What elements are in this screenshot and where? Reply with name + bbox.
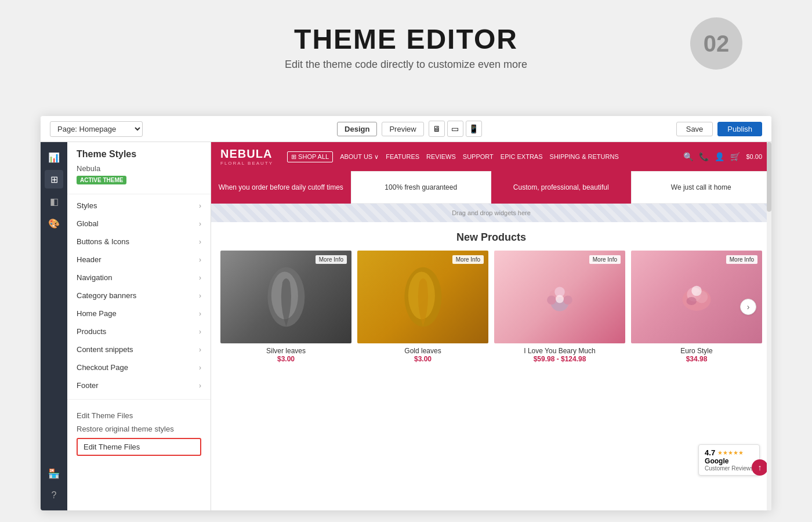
nav-epic-extras[interactable]: EPIC EXTRAS	[501, 153, 543, 160]
preview-frame: NEBULA FLORAL BEAUTY ⊞ SHOP ALL ABOUT US…	[211, 142, 771, 510]
scroll-up-button[interactable]: ↑	[752, 459, 768, 476]
cart-amount: $0.00	[746, 153, 762, 160]
sidebar-label-checkout-page: Checkout Page	[77, 363, 128, 372]
publish-button[interactable]: Publish	[717, 122, 762, 136]
product-image-gold-leaves: More Info	[357, 251, 488, 343]
store-nav-links: ⊞ SHOP ALL ABOUT US ∨ FEATURES REVIEWS S…	[287, 151, 674, 162]
product-image-euro-style: More Info	[631, 251, 762, 343]
nav-shop-all[interactable]: ⊞ SHOP ALL	[287, 151, 333, 162]
sidebar: Theme Styles Nebula ACTIVE THEME Styles …	[67, 142, 211, 510]
svg-point-9	[563, 295, 572, 304]
product-price-gold-leaves: $3.00	[357, 355, 488, 363]
preview-scrollbar[interactable]	[767, 142, 771, 510]
account-icon[interactable]: 👤	[715, 152, 724, 161]
product-name-gold-leaves: Gold leaves	[357, 347, 488, 355]
chevron-right-icon: ›	[199, 220, 201, 228]
review-label: Customer Reviews	[705, 465, 753, 472]
sidebar-item-products[interactable]: Products ›	[67, 322, 211, 340]
sidebar-divider	[67, 194, 211, 194]
banner-strip-1: When you order before daily cutoff times	[211, 171, 351, 204]
nav-icon-analytics[interactable]: 📊	[45, 148, 63, 166]
mobile-button[interactable]: 📱	[466, 121, 482, 137]
review-badge: 4.7 ★★★★★ Google Customer Reviews	[698, 444, 760, 476]
svg-point-15	[687, 297, 697, 305]
sidebar-item-header[interactable]: Header ›	[67, 251, 211, 269]
store-logo: NEBULA FLORAL BEAUTY	[220, 147, 273, 166]
edit-theme-files-link[interactable]: Edit Theme Files	[77, 409, 201, 422]
chevron-right-icon: ›	[199, 274, 201, 282]
nav-icon-layers[interactable]: ◧	[45, 192, 63, 211]
sidebar-item-global[interactable]: Global ›	[67, 215, 211, 233]
nav-icon-layout[interactable]: ⊞	[45, 170, 63, 188]
product-name-euro-style: Euro Style	[631, 347, 762, 355]
more-info-gold-leaves[interactable]: More Info	[452, 255, 484, 264]
nav-icon-store[interactable]: 🏪	[45, 464, 63, 483]
sidebar-divider-2	[67, 399, 211, 400]
cart-icon[interactable]: 🛒	[730, 152, 740, 161]
product-price-euro-style: $34.98	[631, 355, 762, 363]
store-navbar: NEBULA FLORAL BEAUTY ⊞ SHOP ALL ABOUT US…	[211, 142, 771, 171]
editor-container: Page: Homepage Design Preview 🖥 ▭ 📱 Save…	[41, 116, 771, 510]
review-platform: Google	[705, 457, 753, 465]
chevron-right-icon: ›	[199, 328, 201, 336]
nav-icon-palette[interactable]: 🎨	[45, 214, 63, 233]
page-select[interactable]: Page: Homepage	[50, 121, 143, 137]
more-info-beary-much[interactable]: More Info	[589, 255, 621, 264]
drop-zone-label: Drag and drop widgets here	[452, 209, 531, 216]
sidebar-item-category-banners[interactable]: Category banners ›	[67, 287, 211, 304]
icon-nav: 📊 ⊞ ◧ 🎨 🏪 ?	[41, 142, 67, 510]
more-info-euro-style[interactable]: More Info	[726, 255, 757, 264]
svg-point-14	[691, 286, 702, 296]
desktop-button[interactable]: 🖥	[429, 121, 445, 137]
restore-theme-link[interactable]: Restore original theme styles	[77, 422, 201, 436]
design-button[interactable]: Design	[337, 122, 377, 136]
preview-button[interactable]: Preview	[382, 122, 423, 136]
toolbar-center: Design Preview 🖥 ▭ 📱	[150, 121, 669, 137]
sidebar-item-styles[interactable]: Styles ›	[67, 197, 211, 215]
editor-body: 📊 ⊞ ◧ 🎨 🏪 ? Theme Styles Nebula ACTIVE T…	[41, 142, 771, 510]
edit-theme-files-highlighted[interactable]: Edit Theme Files	[77, 438, 201, 456]
product-image-silver-leaves: More Info	[220, 251, 351, 343]
tablet-button[interactable]: ▭	[447, 121, 463, 137]
product-image-beary-much: More Info	[494, 251, 625, 343]
scrollbar-thumb[interactable]	[767, 142, 771, 212]
carousel-next-button[interactable]: ›	[740, 299, 756, 315]
product-card-beary-much: More Info I Love You Beary Much $59.98 -…	[494, 251, 625, 363]
product-card-gold-leaves: More Info Gold leaves $3.00	[357, 251, 488, 363]
product-name-silver-leaves: Silver leaves	[220, 347, 351, 355]
chevron-right-icon: ›	[199, 256, 201, 264]
more-info-silver-leaves[interactable]: More Info	[316, 255, 347, 264]
sidebar-item-content-snippets[interactable]: Content snippets ›	[67, 340, 211, 358]
nav-support[interactable]: SUPPORT	[463, 153, 494, 160]
sidebar-label-category-banners: Category banners	[77, 291, 136, 300]
sidebar-item-checkout-page[interactable]: Checkout Page ›	[67, 358, 211, 376]
phone-icon[interactable]: 📞	[699, 152, 709, 161]
nav-shipping[interactable]: SHIPPING & RETURNS	[550, 153, 619, 160]
sidebar-item-navigation[interactable]: Navigation ›	[67, 269, 211, 287]
chevron-right-icon: ›	[199, 238, 201, 246]
sidebar-item-buttons-icons[interactable]: Buttons & Icons ›	[67, 233, 211, 251]
sidebar-bottom: Edit Theme Files Restore original theme …	[67, 402, 211, 458]
banner-strips: When you order before daily cutoff times…	[211, 171, 771, 204]
nav-features[interactable]: FEATURES	[386, 153, 419, 160]
review-score: 4.7	[705, 448, 715, 457]
sidebar-label-products: Products	[77, 327, 106, 336]
sidebar-item-home-page[interactable]: Home Page ›	[67, 304, 211, 322]
product-price-silver-leaves: $3.00	[220, 355, 351, 363]
store-logo-sub: FLORAL BEAUTY	[220, 161, 273, 166]
review-stars: ★★★★★	[717, 449, 744, 456]
chevron-right-icon: ›	[199, 382, 201, 390]
product-price-beary-much: $59.98 - $124.98	[494, 355, 625, 363]
nav-icon-help[interactable]: ?	[45, 486, 63, 505]
save-button[interactable]: Save	[676, 122, 713, 136]
drop-zone: Drag and drop widgets here	[211, 204, 771, 222]
chevron-right-icon: ›	[199, 364, 201, 372]
nav-reviews[interactable]: REVIEWS	[426, 153, 456, 160]
search-icon[interactable]: 🔍	[683, 152, 693, 161]
products-grid: More Info Silver leaves $3.00	[220, 251, 762, 363]
sidebar-title: Theme Styles	[67, 149, 211, 164]
nav-about-us[interactable]: ABOUT US ∨	[340, 153, 379, 161]
sidebar-item-footer[interactable]: Footer ›	[67, 376, 211, 394]
chevron-right-icon: ›	[199, 202, 201, 210]
toolbar-right: Save Publish	[676, 122, 762, 136]
